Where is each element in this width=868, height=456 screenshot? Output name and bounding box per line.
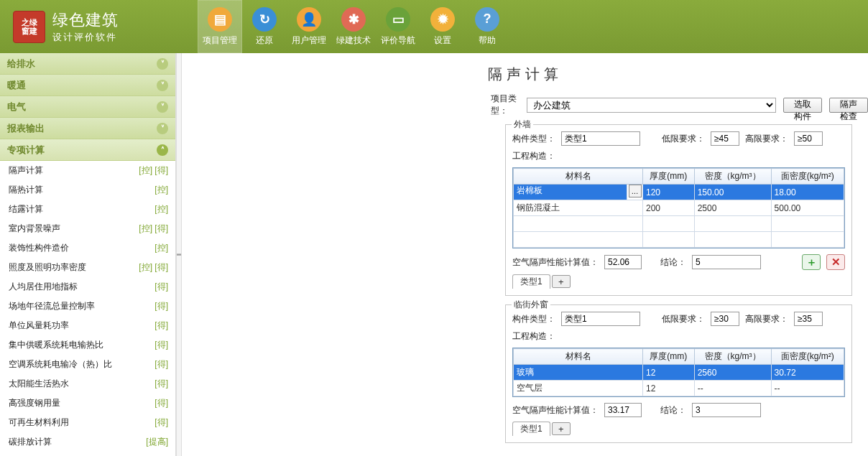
structure-label: 工程构造：: [512, 150, 555, 162]
users-icon: 👤: [297, 7, 321, 32]
sidebar-section-hvac[interactable]: 暖通˅: [0, 75, 175, 96]
sidebar-item-label: 人均居住用地指标: [9, 281, 78, 293]
sidebar-item-label: 集中供暖系统耗电输热比: [9, 339, 103, 351]
add-type-tab-button[interactable]: +: [552, 422, 571, 435]
column-header[interactable]: 密度（kg/m³）: [694, 349, 771, 365]
app-title: 绿色建筑: [52, 9, 119, 31]
column-header[interactable]: 面密度(kg/m²): [771, 169, 844, 185]
sidebar-item-label: 场地年径流总量控制率: [9, 300, 95, 312]
sidebar-item[interactable]: 照度及照明功率密度[控] [得]: [0, 258, 175, 277]
sidebar-item-label: 照度及照明功率密度: [9, 261, 86, 274]
sidebar-item-tags: [得]: [154, 397, 168, 409]
conclusion-label: 结论：: [660, 256, 686, 269]
project-type-label: 项目类型：: [491, 93, 520, 117]
toolbar-label: 项目管理: [203, 34, 237, 47]
sidebar-item-tags: [控] [得]: [139, 164, 168, 177]
conclusion-input[interactable]: [692, 403, 761, 417]
add-type-tab-button[interactable]: +: [552, 275, 571, 288]
sidebar-item-label: 可再生材料利用: [9, 417, 69, 429]
high-req-value: [794, 131, 823, 146]
toolbar-tech-button[interactable]: ✱绿建技术: [331, 0, 376, 53]
chevron-up-icon: ˄: [157, 144, 168, 156]
calc-value: [604, 255, 642, 269]
sidebar-item[interactable]: 结露计算[控]: [0, 200, 175, 219]
select-component-button[interactable]: 选取构件: [783, 98, 822, 113]
table-row[interactable]: 岩棉板…120150.0018.00: [514, 185, 844, 200]
sidebar-section-elec[interactable]: 电气˅: [0, 96, 175, 118]
high-req-value: [794, 312, 823, 326]
sidebar-item[interactable]: 隔声计算[控] [得]: [0, 161, 175, 180]
high-req-label: 高限要求：: [745, 133, 788, 145]
material-grid-wall[interactable]: 材料名厚度(mm)密度（kg/m³）面密度(kg/m²)岩棉板…120150.0…: [512, 167, 845, 248]
sidebar-item-tags: [得]: [154, 378, 168, 390]
delete-row-button[interactable]: ✕: [826, 254, 845, 270]
sidebar-item-tags: [控]: [154, 242, 168, 254]
toolbar-guide-button[interactable]: ▭评价导航: [376, 0, 420, 53]
sidebar-item-tags: [控] [得]: [139, 261, 168, 274]
project-type-select[interactable]: 办公建筑: [527, 98, 777, 113]
component-type-input[interactable]: [561, 312, 640, 326]
conclusion-input[interactable]: [692, 255, 761, 269]
sound-check-button[interactable]: 隔声检查: [829, 98, 868, 113]
main-toolbar: ▤项目管理↻还原👤用户管理✱绿建技术▭评价导航✹设置?帮助: [198, 0, 509, 53]
settings-icon: ✹: [430, 7, 455, 32]
toolbar-label: 评价导航: [381, 34, 415, 47]
sidebar-section-label: 报表输出: [7, 122, 45, 135]
sidebar-section-label: 暖通: [7, 79, 26, 92]
sidebar-item-tags: [得]: [154, 320, 168, 332]
sidebar-item-tags: [控]: [154, 184, 168, 196]
sidebar-item[interactable]: 碳排放计算[提高]: [0, 432, 175, 452]
sidebar-item[interactable]: 室内背景噪声[控] [得]: [0, 219, 175, 238]
type-tab[interactable]: 类型1: [512, 274, 550, 289]
calc-value-label: 空气隔声性能计算值：: [512, 256, 599, 269]
sidebar-item[interactable]: 隔热计算[控]: [0, 180, 175, 200]
page-title: 隔声计算: [182, 53, 868, 90]
component-type-input[interactable]: [561, 131, 640, 146]
sidebar-item-label: 碳排放计算: [9, 436, 52, 448]
sidebar-item[interactable]: 人均居住用地指标[得]: [0, 277, 175, 297]
content-area: 隔声计算 项目类型： 办公建筑 选取构件 隔声检查 外墙 构件类型： 低限要求：…: [182, 53, 868, 456]
sidebar-item[interactable]: 装饰性构件造价[控]: [0, 238, 175, 258]
calc-value: [604, 403, 642, 417]
guide-icon: ▭: [386, 7, 410, 32]
sidebar-item-label: 隔热计算: [9, 184, 43, 196]
sidebar-item[interactable]: 太阳能生活热水[得]: [0, 374, 175, 394]
sidebar-item[interactable]: 空调系统耗电输冷（热）比[得]: [0, 355, 175, 374]
sidebar-item[interactable]: 可再生材料利用[得]: [0, 413, 175, 432]
toolbar-restore-button[interactable]: ↻还原: [242, 0, 287, 53]
column-header[interactable]: 厚度(mm): [643, 349, 695, 365]
column-header[interactable]: 厚度(mm): [643, 169, 695, 185]
sidebar-item-tags: [得]: [154, 281, 168, 293]
sidebar-item[interactable]: 高强度钢用量[得]: [0, 394, 175, 413]
material-grid-window[interactable]: 材料名厚度(mm)密度（kg/m³）面密度(kg/m²)玻璃12256030.7…: [512, 348, 845, 397]
toolbar-help-button[interactable]: ?帮助: [465, 0, 509, 53]
sidebar-item[interactable]: 单位风量耗功率[得]: [0, 316, 175, 335]
table-row[interactable]: [514, 216, 844, 232]
toolbar-project-button[interactable]: ▤项目管理: [198, 0, 242, 53]
sidebar-item-tags: [得]: [154, 300, 168, 312]
toolbar-users-button[interactable]: 👤用户管理: [287, 0, 331, 53]
sidebar-item-label: 单位风量耗功率: [9, 320, 69, 332]
type-tab[interactable]: 类型1: [512, 422, 550, 436]
tech-icon: ✱: [341, 7, 366, 32]
splitter-handle[interactable]: [176, 53, 182, 456]
sidebar-item[interactable]: 集中供暖系统耗电输热比[得]: [0, 335, 175, 355]
column-header[interactable]: 面密度(kg/m²): [771, 349, 844, 365]
table-row[interactable]: [514, 232, 844, 248]
material-picker-button[interactable]: …: [627, 185, 642, 200]
sidebar-item[interactable]: 场地年径流总量控制率[得]: [0, 297, 175, 316]
column-header[interactable]: 材料名: [514, 349, 643, 365]
project-icon: ▤: [208, 7, 232, 32]
column-header[interactable]: 材料名: [514, 169, 643, 185]
sidebar-section-report[interactable]: 报表输出˅: [0, 118, 175, 139]
column-header[interactable]: 密度（kg/m³）: [694, 169, 771, 185]
add-row-button[interactable]: ＋: [802, 254, 821, 270]
sidebar-section-calc[interactable]: 专项计算˄: [0, 139, 175, 161]
table-row[interactable]: 空气层12----: [514, 381, 844, 396]
sidebar-section-water[interactable]: 给排水˅: [0, 53, 175, 75]
low-req-value: [711, 131, 739, 146]
table-row[interactable]: 钢筋混凝土2002500500.00: [514, 200, 844, 216]
table-row[interactable]: 玻璃12256030.72: [514, 365, 844, 381]
toolbar-settings-button[interactable]: ✹设置: [420, 0, 465, 53]
sidebar-item-label: 高强度钢用量: [9, 397, 60, 409]
